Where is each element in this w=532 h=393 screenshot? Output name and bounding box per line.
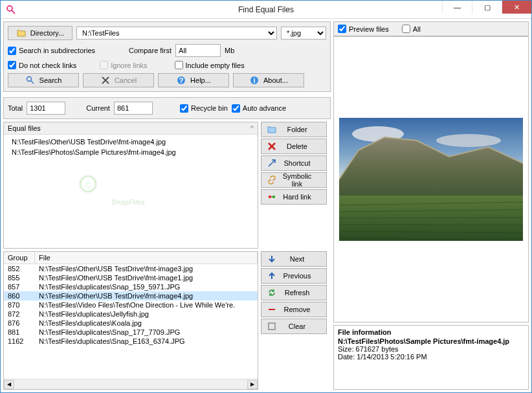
table-row[interactable]: 852N:\TestFiles\Other\USB TestDrive\fmt-… [4, 264, 258, 273]
current-label: Current [86, 104, 110, 112]
help-icon: ? [176, 75, 186, 85]
window-title: Find Equal Files [238, 5, 294, 14]
svg-text:i: i [254, 76, 256, 84]
column-file[interactable]: File [35, 252, 258, 264]
cell-file: N:\TestFiles\duplicates\Snap_159_5971.JP… [35, 282, 258, 291]
cell-group: 1162 [4, 337, 35, 346]
do-not-check-links-check[interactable]: Do not check links [8, 61, 76, 69]
close-button[interactable]: ✕ [502, 1, 531, 14]
delete-button[interactable]: Delete [261, 139, 327, 154]
table-row[interactable]: 857N:\TestFiles\duplicates\Snap_159_5971… [4, 282, 258, 291]
clear-icon [267, 321, 277, 331]
ignore-links-check: Ignore links [100, 61, 147, 69]
remove-button[interactable]: Remove [261, 302, 327, 317]
shortcut-button[interactable]: Shortcut [261, 155, 327, 171]
previous-button[interactable]: Previous [261, 268, 327, 284]
file-info-date: Date: 1/14/2013 5:20:16 PM [338, 353, 524, 361]
list-item[interactable]: N:\TestFiles\Other\USB TestDrive\fmt-ima… [4, 137, 258, 147]
watermark: CSnapFiles [72, 172, 189, 211]
svg-text:C: C [85, 181, 91, 189]
table-row[interactable]: 881N:\TestFiles\duplicates\Snap_177_7709… [4, 328, 258, 337]
cell-file: N:\TestFiles\duplicates\Jellyfish.jpg [35, 309, 258, 319]
cell-file: N:\TestFiles\Video Files\Test\One Direct… [35, 300, 258, 309]
preview-image [339, 118, 523, 241]
compare-first-input[interactable] [175, 44, 221, 57]
cell-group: 870 [4, 300, 35, 309]
app-icon [6, 5, 16, 15]
folder-icon [267, 124, 277, 135]
svg-line-3 [31, 81, 34, 84]
table-row[interactable]: 872N:\TestFiles\duplicates\Jellyfish.jpg [4, 309, 258, 319]
equal-files-list[interactable]: N:\TestFiles\Other\USB TestDrive\fmt-ima… [4, 135, 258, 248]
file-info-panel: File information N:\TestFiles\Photos\Sam… [333, 325, 529, 390]
clear-button[interactable]: Clear [261, 319, 327, 334]
cell-group: 881 [4, 328, 35, 337]
scroll-right-icon[interactable]: ▶ [247, 380, 258, 389]
cell-file: N:\TestFiles\duplicates\Snap_177_7709.JP… [35, 328, 258, 337]
equal-files-panel: Equal files ^ N:\TestFiles\Other\USB Tes… [3, 122, 258, 249]
status-panel: Total Current Recycle bin Auto advance [3, 97, 331, 119]
auto-advance-check[interactable]: Auto advance [232, 104, 286, 113]
next-button[interactable]: Next [261, 251, 327, 267]
svg-point-2 [27, 77, 31, 82]
search-subdirs-check[interactable]: Search in subdirectories [8, 47, 95, 55]
folder-button[interactable]: Folder [261, 122, 327, 137]
cell-file: N:\TestFiles\duplicates\Koala.jpg [35, 319, 258, 328]
cell-group: 872 [4, 309, 35, 319]
results-grid[interactable]: Group File 852N:\TestFiles\Other\USB Tes… [3, 251, 258, 390]
minimize-button[interactable]: — [442, 1, 472, 14]
svg-rect-16 [272, 196, 275, 198]
cell-file: N:\TestFiles\Other\USB TestDrive\fmt-ima… [35, 264, 258, 273]
total-field[interactable] [27, 102, 65, 115]
directory-select[interactable]: N:\TestFiles [76, 27, 277, 39]
table-row[interactable]: 1162N:\TestFiles\duplicates\Snap_E163_63… [4, 337, 258, 346]
svg-line-1 [12, 10, 15, 14]
scroll-left-icon[interactable]: ◀ [4, 380, 14, 389]
collapse-toggle[interactable]: ^ [250, 124, 254, 132]
remove-icon [267, 304, 277, 315]
refresh-button[interactable]: Refresh [261, 285, 327, 300]
cell-file: N:\TestFiles\Other\USB TestDrive\fmt-ima… [35, 273, 258, 282]
current-field[interactable] [114, 102, 153, 115]
cancel-button[interactable]: Cancel [83, 73, 154, 87]
svg-rect-19 [269, 323, 275, 330]
about-button[interactable]: i About... [233, 73, 304, 87]
symbolic-link-button[interactable]: Symbolic link [261, 172, 327, 188]
include-empty-check[interactable]: Include empty files [175, 61, 245, 69]
grid-header: Group File [4, 252, 258, 264]
hard-link-button[interactable]: Hard link [261, 189, 327, 205]
preview-all-check[interactable]: All [402, 25, 421, 33]
shortcut-icon [267, 158, 277, 168]
svg-text:?: ? [179, 76, 184, 84]
table-row[interactable]: 855N:\TestFiles\Other\USB TestDrive\fmt-… [4, 273, 258, 282]
file-info-path: N:\TestFiles\Photos\Sample Pictures\fmt-… [338, 337, 524, 345]
arrow-down-icon [267, 254, 277, 264]
svg-point-10 [80, 176, 96, 192]
title-bar: Find Equal Files — ▢ ✕ [1, 1, 531, 19]
cell-group: 857 [4, 282, 35, 291]
table-row[interactable]: 870N:\TestFiles\Video Files\Test\One Dir… [4, 300, 258, 309]
cell-file: N:\TestFiles\Other\USB TestDrive\fmt-ima… [35, 291, 258, 300]
cell-group: 852 [4, 264, 35, 273]
refresh-icon [267, 287, 277, 298]
search-icon [25, 75, 36, 85]
column-group[interactable]: Group [4, 252, 35, 264]
filter-select[interactable]: *.jpg [281, 27, 326, 39]
preview-files-check[interactable]: Preview files [338, 25, 389, 33]
cell-group: 855 [4, 273, 35, 282]
grid-scrollbar[interactable]: ◀ ▶ [4, 379, 258, 389]
table-row[interactable]: 876N:\TestFiles\duplicates\Koala.jpg [4, 319, 258, 328]
recycle-bin-check[interactable]: Recycle bin [180, 104, 228, 113]
link-icon [267, 175, 277, 185]
compare-first-label: Compare first [129, 47, 172, 54]
table-row[interactable]: 860N:\TestFiles\Other\USB TestDrive\fmt-… [4, 291, 258, 300]
list-item[interactable]: N:\TestFiles\Photos\Sample Pictures\fmt-… [4, 147, 258, 157]
search-button[interactable]: Search [8, 73, 79, 87]
cell-group: 860 [4, 291, 35, 300]
file-info-size: Size: 671627 bytes [338, 345, 524, 353]
maximize-button[interactable]: ▢ [472, 1, 502, 14]
svg-point-22 [436, 134, 501, 147]
info-icon: i [249, 75, 260, 85]
help-button[interactable]: ? Help... [158, 73, 229, 87]
directory-button[interactable]: Directory... [8, 26, 72, 40]
